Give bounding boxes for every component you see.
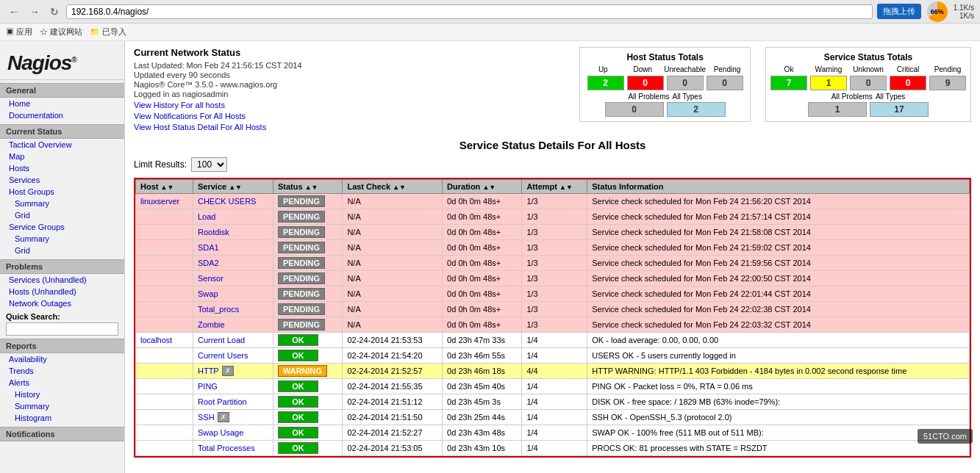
cell-attempt: 1/3 <box>522 240 587 256</box>
host-value-pending[interactable]: 0 <box>707 76 743 90</box>
sidebar-item-service-groups-summary[interactable]: Summary <box>0 233 124 245</box>
service-link[interactable]: Rootdisk <box>198 228 229 236</box>
svc-all-values: 1 17 <box>770 102 966 117</box>
status-badge[interactable]: PENDING <box>278 226 325 238</box>
sidebar-item-hosts[interactable]: Hosts <box>0 162 124 174</box>
host-value-down[interactable]: 0 <box>627 76 664 90</box>
svc-value-warning[interactable]: 1 <box>810 76 847 90</box>
status-badge[interactable]: PENDING <box>278 195 325 207</box>
sidebar-item-services-unhandled[interactable]: Services (Unhandled) <box>0 274 124 286</box>
limit-select[interactable]: 100 <box>191 157 227 172</box>
sidebar-item-trends[interactable]: Trends <box>0 365 124 377</box>
col-duration[interactable]: Duration ▲▼ <box>443 180 522 194</box>
service-link[interactable]: Swap Usage <box>198 428 243 437</box>
sidebar-item-alerts-history[interactable]: History <box>0 389 124 400</box>
service-icon[interactable]: ✗ <box>218 412 229 422</box>
view-host-status-link[interactable]: View Host Status Detail For All Hosts <box>134 123 565 131</box>
sidebar-item-service-groups[interactable]: Service Groups <box>0 221 124 233</box>
view-notifications-link[interactable]: View Notifications For All Hosts <box>134 112 565 120</box>
status-badge[interactable]: WARNING <box>278 365 327 377</box>
sidebar-item-alerts[interactable]: Alerts <box>0 377 124 389</box>
bookmark-apps[interactable]: ▣ 应用 <box>6 26 32 37</box>
status-badge[interactable]: PENDING <box>278 303 325 315</box>
status-badge[interactable]: PENDING <box>278 272 325 284</box>
host-all-problems-value[interactable]: 0 <box>605 102 664 117</box>
host-value-up[interactable]: 2 <box>587 76 624 90</box>
status-badge[interactable]: OK <box>278 334 318 346</box>
service-link[interactable]: SDA1 <box>198 243 219 252</box>
sidebar-item-host-groups[interactable]: Host Groups <box>0 186 124 198</box>
svc-value-pending[interactable]: 9 <box>929 76 966 90</box>
service-link[interactable]: Total_procs <box>198 305 239 314</box>
service-link[interactable]: SDA2 <box>198 259 219 267</box>
service-link[interactable]: SSH <box>198 413 215 422</box>
col-service[interactable]: Service ▲▼ <box>193 180 273 194</box>
sidebar-item-tactical-overview[interactable]: Tactical Overview <box>0 139 124 151</box>
host-link[interactable]: localhost <box>140 336 172 344</box>
status-badge[interactable]: PENDING <box>278 319 325 331</box>
service-link[interactable]: Load <box>198 212 215 221</box>
view-history-link[interactable]: View History For all hosts <box>134 101 565 109</box>
status-badge[interactable]: OK <box>278 396 318 408</box>
sidebar-item-host-groups-summary[interactable]: Summary <box>0 198 124 209</box>
back-button[interactable]: ← <box>6 4 22 19</box>
service-link[interactable]: Total Processes <box>198 444 255 452</box>
svc-value-ok[interactable]: 7 <box>770 76 807 90</box>
sidebar-item-services[interactable]: Services <box>0 174 124 186</box>
sidebar-item-map[interactable]: Map <box>0 151 124 162</box>
sidebar-item-availability[interactable]: Availability <box>0 353 124 365</box>
cell-last-check: N/A <box>343 194 443 209</box>
service-link[interactable]: Zombie <box>198 320 225 329</box>
bookmark-suggest[interactable]: ☆ 建议网站 <box>40 26 82 37</box>
svc-value-unknown[interactable]: 0 <box>850 76 887 90</box>
svc-all-types-value[interactable]: 17 <box>870 102 929 117</box>
service-link[interactable]: HTTP <box>198 367 219 375</box>
service-link[interactable]: Current Users <box>198 351 248 360</box>
col-attempt[interactable]: Attempt ▲▼ <box>522 180 587 194</box>
host-link[interactable]: linuxserver <box>140 197 179 206</box>
service-link[interactable]: Root Partition <box>198 397 247 406</box>
address-bar[interactable] <box>66 4 873 19</box>
host-all-types-value[interactable]: 2 <box>667 102 726 117</box>
sidebar-item-service-groups-grid[interactable]: Grid <box>0 245 124 256</box>
host-value-unreachable[interactable]: 0 <box>667 76 704 90</box>
status-badge[interactable]: PENDING <box>278 211 325 223</box>
sidebar-item-hosts-unhandled[interactable]: Hosts (Unhandled) <box>0 286 124 297</box>
status-badge[interactable]: PENDING <box>278 257 325 269</box>
sidebar-item-alerts-histogram[interactable]: Histogram <box>0 412 124 424</box>
col-info: Status Information <box>587 180 970 194</box>
svc-all-problems-value[interactable]: 1 <box>808 102 867 117</box>
status-badge[interactable]: OK <box>278 427 318 438</box>
sidebar-item-alerts-summary[interactable]: Summary <box>0 400 124 412</box>
status-badge[interactable]: OK <box>278 350 318 361</box>
service-link[interactable]: CHECK USERS <box>198 197 256 206</box>
upload-button[interactable]: 拖拽上传 <box>877 4 921 19</box>
host-totals-values: 2 0 0 0 <box>584 76 745 90</box>
bookmark-imported[interactable]: 📁 已导入 <box>90 26 126 37</box>
quick-search-input[interactable] <box>6 322 118 336</box>
col-last-check[interactable]: Last Check ▲▼ <box>343 180 443 194</box>
status-badge[interactable]: OK <box>278 411 318 423</box>
service-link[interactable]: Sensor <box>198 274 223 283</box>
col-host[interactable]: Host ▲▼ <box>136 180 193 194</box>
service-link[interactable]: Swap <box>198 289 218 298</box>
cell-last-check: 02-24-2014 21:53:53 <box>343 333 443 348</box>
status-badge[interactable]: OK <box>278 380 318 392</box>
cell-last-check: N/A <box>343 302 443 317</box>
sidebar-item-network-outages[interactable]: Network Outages <box>0 297 124 309</box>
status-badge[interactable]: OK <box>278 442 318 454</box>
status-badge[interactable]: PENDING <box>278 288 325 300</box>
status-badge[interactable]: PENDING <box>278 242 325 253</box>
forward-button[interactable]: → <box>26 4 43 19</box>
service-icon[interactable]: ✗ <box>222 366 234 376</box>
service-link[interactable]: Current Load <box>198 336 245 344</box>
sidebar-item-home[interactable]: Home <box>0 98 124 109</box>
service-totals-title: Service Status Totals <box>770 52 966 62</box>
col-status[interactable]: Status ▲▼ <box>273 180 342 194</box>
service-link[interactable]: PING <box>198 382 218 391</box>
svc-value-critical[interactable]: 0 <box>890 76 926 90</box>
sidebar-item-documentation[interactable]: Documentation <box>0 109 124 121</box>
refresh-button[interactable]: ↻ <box>47 4 62 19</box>
cell-info: PROCS OK: 81 processes with STATE = RSZD… <box>587 441 970 456</box>
sidebar-item-host-groups-grid[interactable]: Grid <box>0 209 124 221</box>
